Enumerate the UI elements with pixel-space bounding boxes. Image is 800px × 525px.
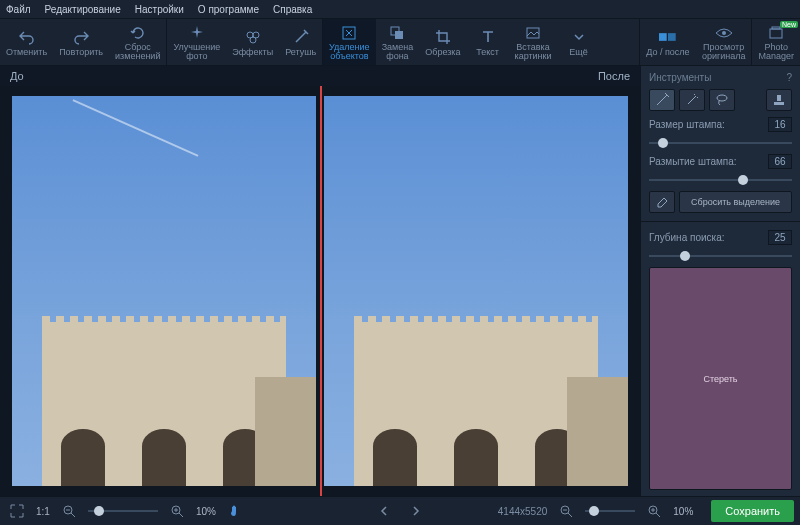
- undo-button[interactable]: Отменить: [0, 19, 53, 65]
- save-button[interactable]: Сохранить: [711, 500, 794, 522]
- svg-rect-13: [777, 95, 781, 101]
- main-toolbar: Отменить Повторить Сброс изменений Улучш…: [0, 18, 800, 66]
- svg-rect-8: [668, 33, 676, 41]
- before-after-button[interactable]: До / после: [640, 19, 696, 65]
- before-label: До: [10, 70, 24, 82]
- stamp-blur-label: Размытие штампа:: [649, 156, 737, 167]
- statusbar: 1:1 10% 4144x5520 10% Сохранить: [0, 496, 800, 525]
- photo-manager-button[interactable]: NewPhoto Manager: [752, 19, 800, 65]
- brush-tool[interactable]: [649, 89, 675, 111]
- zoom-in-2[interactable]: [643, 501, 665, 521]
- enhance-icon: [188, 24, 206, 42]
- retouch-button[interactable]: Ретушь: [279, 19, 322, 65]
- undo-icon: [18, 28, 36, 46]
- insert-image-icon: [524, 24, 542, 42]
- reset-icon: [129, 24, 147, 42]
- panel-title: Инструменты: [649, 72, 711, 83]
- replace-bg-icon: [388, 24, 406, 42]
- tools-panel: Инструменты ? Размер штампа:16 Размытие …: [640, 66, 800, 496]
- wand-tool[interactable]: [679, 89, 705, 111]
- redo-button[interactable]: Повторить: [53, 19, 109, 65]
- reset-button[interactable]: Сброс изменений: [109, 19, 166, 65]
- eye-icon: [715, 24, 733, 42]
- crop-icon: [434, 28, 452, 46]
- zoom-out-2[interactable]: [555, 501, 577, 521]
- hand-tool[interactable]: [224, 501, 246, 521]
- new-badge: New: [780, 21, 798, 28]
- stamp-blur-value[interactable]: 66: [768, 154, 792, 169]
- menu-about[interactable]: О программе: [198, 4, 259, 15]
- chevron-down-icon: [570, 28, 588, 46]
- stamp-size-slider[interactable]: [649, 138, 792, 148]
- fullscreen-button[interactable]: [6, 501, 28, 521]
- svg-rect-7: [659, 33, 667, 41]
- before-after-icon: [659, 28, 677, 46]
- menu-file[interactable]: Файл: [6, 4, 31, 15]
- crop-button[interactable]: Обрезка: [419, 19, 466, 65]
- svg-rect-11: [772, 27, 780, 29]
- canvas-area: До После: [0, 66, 640, 496]
- svg-rect-6: [527, 28, 539, 38]
- zoom-percent-2: 10%: [673, 506, 693, 517]
- remove-objects-icon: [340, 24, 358, 42]
- reset-selection-button[interactable]: Сбросить выделение: [679, 191, 792, 213]
- lasso-tool[interactable]: [709, 89, 735, 111]
- view-original-button[interactable]: Просмотр оригинала: [696, 19, 752, 65]
- next-button[interactable]: [405, 501, 427, 521]
- canvas-body[interactable]: [0, 86, 640, 496]
- text-button[interactable]: Текст: [467, 19, 509, 65]
- stamp-blur-slider[interactable]: [649, 175, 792, 185]
- zoom-in-button[interactable]: [166, 501, 188, 521]
- zoom-slider[interactable]: [88, 510, 158, 512]
- eraser-tool[interactable]: [649, 191, 675, 213]
- replace-bg-button[interactable]: Замена фона: [376, 19, 420, 65]
- stamp-size-value[interactable]: 16: [768, 117, 792, 132]
- menu-settings[interactable]: Настройки: [135, 4, 184, 15]
- zoom-slider-2[interactable]: [585, 510, 635, 512]
- remove-objects-button[interactable]: Удаление объектов: [323, 19, 376, 65]
- image-dimensions: 4144x5520: [498, 506, 548, 517]
- fit-label[interactable]: 1:1: [36, 506, 50, 517]
- svg-point-9: [722, 31, 726, 35]
- erase-button[interactable]: Стереть: [649, 267, 792, 490]
- svg-rect-10: [770, 29, 782, 38]
- zoom-out-button[interactable]: [58, 501, 80, 521]
- after-label: После: [598, 70, 630, 82]
- svg-point-12: [717, 95, 727, 101]
- svg-rect-14: [774, 102, 784, 105]
- insert-image-button[interactable]: Вставка картинки: [509, 19, 558, 65]
- svg-point-2: [250, 37, 256, 43]
- zoom-percent: 10%: [196, 506, 216, 517]
- effects-button[interactable]: Эффекты: [226, 19, 279, 65]
- after-image[interactable]: [324, 96, 628, 486]
- stamp-tool[interactable]: [766, 89, 792, 111]
- search-depth-value[interactable]: 25: [768, 230, 792, 245]
- more-button[interactable]: Ещё: [558, 19, 600, 65]
- effects-icon: [244, 28, 262, 46]
- retouch-icon: [292, 28, 310, 46]
- enhance-button[interactable]: Улучшение фото: [167, 19, 226, 65]
- svg-rect-5: [395, 31, 403, 39]
- menu-help[interactable]: Справка: [273, 4, 312, 15]
- menubar: Файл Редактирование Настройки О программ…: [0, 0, 800, 18]
- menu-edit[interactable]: Редактирование: [45, 4, 121, 15]
- redo-icon: [72, 28, 90, 46]
- stamp-size-label: Размер штампа:: [649, 119, 725, 130]
- search-depth-label: Глубина поиска:: [649, 232, 724, 243]
- search-depth-slider[interactable]: [649, 251, 792, 261]
- panel-help[interactable]: ?: [786, 72, 792, 83]
- text-icon: [479, 28, 497, 46]
- before-image[interactable]: [12, 96, 316, 486]
- prev-button[interactable]: [373, 501, 395, 521]
- compare-divider[interactable]: [320, 86, 322, 496]
